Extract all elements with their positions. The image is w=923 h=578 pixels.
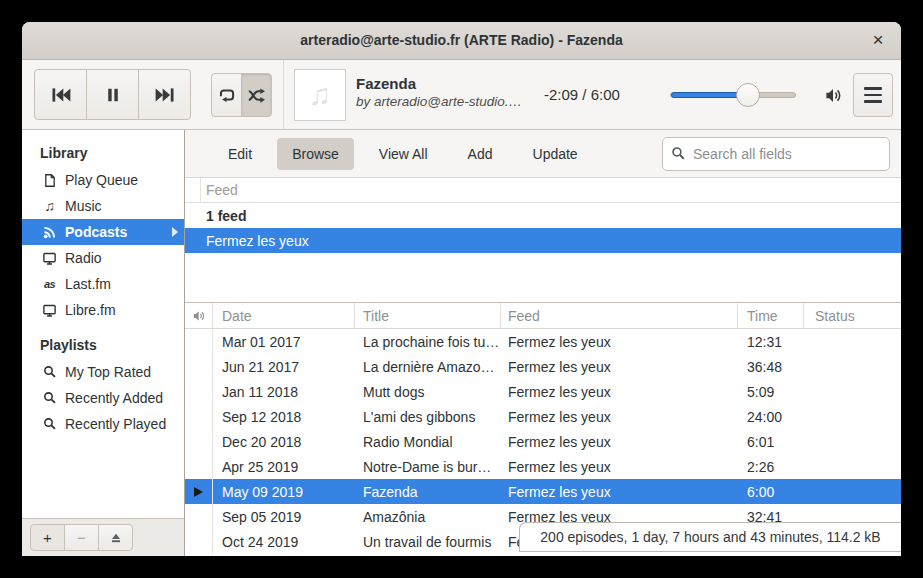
episode-table-header: Date Title Feed Time Status [185, 303, 901, 329]
sidebar: Library Play Queue ♫ Music [22, 130, 185, 556]
seek-slider[interactable] [670, 92, 796, 98]
now-playing-artist: by arteradio@arte-studio.… [356, 94, 544, 109]
sidebar-nav: Library Play Queue ♫ Music [22, 130, 184, 518]
sidebar-item-label: Music [65, 198, 102, 214]
sidebar-item-play-queue[interactable]: Play Queue [22, 167, 184, 193]
playing-column-header[interactable] [185, 303, 213, 328]
eject-button[interactable] [98, 524, 133, 551]
playback-button-group [34, 69, 191, 120]
now-playing-title: Fazenda [356, 75, 544, 92]
sidebar-item-label: My Top Rated [65, 364, 151, 380]
feed-column-header[interactable]: Feed [501, 303, 738, 328]
main-panel: Edit Browse View All Add Update [185, 130, 901, 556]
update-button[interactable]: Update [518, 138, 593, 170]
add-playlist-button[interactable]: + [30, 524, 65, 551]
app-window: arteradio@arte-studio.fr (ARTE Radio) - … [22, 22, 901, 556]
sidebar-item-label: Recently Played [65, 416, 166, 432]
sidebar-item-label: Libre.fm [65, 302, 116, 318]
close-button[interactable]: × [863, 22, 893, 59]
sidebar-item-radio[interactable]: Radio [22, 245, 184, 271]
repeat-icon [218, 86, 236, 104]
episode-row[interactable]: Dec 20 2018 Radio Mondial Fermez les yeu… [185, 429, 901, 454]
episode-row-selected[interactable]: May 09 2019 Fazenda Fermez les yeux 6:00 [185, 479, 901, 504]
content-area: Library Play Queue ♫ Music [22, 130, 901, 556]
music-note-icon: ♫ [309, 78, 332, 112]
feed-browser: Feed 1 feed Fermez les yeux [185, 178, 901, 303]
shuffle-toggle[interactable] [241, 73, 272, 117]
rss-feed-icon [41, 225, 58, 239]
album-art-placeholder: ♫ [294, 69, 346, 121]
sidebar-item-lastfm[interactable]: as Last.fm [22, 271, 184, 297]
feed-summary-row[interactable]: 1 feed [185, 203, 901, 228]
search-playlist-icon [41, 417, 58, 431]
sidebar-item-music[interactable]: ♫ Music [22, 193, 184, 219]
volume-button[interactable] [815, 77, 851, 113]
sidebar-item-podcasts[interactable]: Podcasts [22, 219, 184, 245]
radio-icon [41, 251, 58, 266]
sidebar-item-label: Play Queue [65, 172, 138, 188]
skip-backward-icon [50, 84, 72, 106]
sidebar-item-librefm[interactable]: Libre.fm [22, 297, 184, 323]
repeat-shuffle-group [211, 73, 272, 117]
episode-row[interactable]: Sep 12 2018 L'ami des gibbons Fermez les… [185, 404, 901, 429]
edit-button[interactable]: Edit [213, 138, 267, 170]
document-icon [41, 173, 58, 188]
speaker-icon [824, 86, 843, 105]
episode-row[interactable]: Jun 21 2017 La dernière Amazo… Fermez le… [185, 354, 901, 379]
expander-arrow-icon[interactable] [172, 227, 178, 237]
search-field[interactable] [662, 137, 890, 171]
next-button[interactable] [138, 69, 191, 120]
feed-row-selected[interactable]: Fermez les yeux [185, 228, 901, 253]
sidebar-item-recently-played[interactable]: Recently Played [22, 411, 184, 437]
sidebar-item-label: Podcasts [65, 224, 127, 240]
statusbar-overlay: 200 episodes, 1 day, 7 hours and 43 minu… [519, 522, 901, 552]
remove-playlist-button[interactable]: − [64, 524, 99, 551]
now-playing-info: Fazenda by arteradio@arte-studio.… [356, 75, 544, 109]
search-icon [671, 146, 686, 161]
app-menu-button[interactable] [853, 73, 893, 117]
browse-button[interactable]: Browse [277, 138, 354, 170]
time-column-header[interactable]: Time [738, 303, 804, 328]
pause-button[interactable] [86, 69, 139, 120]
episode-row[interactable]: Mar 01 2017 La prochaine fois tu… Fermez… [185, 329, 901, 354]
episode-row[interactable]: Apr 25 2019 Notre-Dame is bur… Fermez le… [185, 454, 901, 479]
playlists-header: Playlists [22, 332, 184, 359]
view-all-button[interactable]: View All [364, 138, 443, 170]
sidebar-item-label: Recently Added [65, 390, 163, 406]
episode-table: Date Title Feed Time Status Mar 01 2017 … [185, 303, 901, 556]
skip-forward-icon [154, 84, 176, 106]
search-playlist-icon [41, 365, 58, 379]
title-column-header[interactable]: Title [355, 303, 501, 328]
feed-column-header[interactable]: Feed [185, 178, 901, 203]
lastfm-icon: as [41, 278, 58, 290]
episode-row[interactable]: Jan 11 2018 Mutt dogs Fermez les yeux 5:… [185, 379, 901, 404]
seek-slider-handle[interactable] [736, 83, 760, 107]
music-note-icon: ♫ [41, 199, 58, 213]
add-button[interactable]: Add [453, 138, 508, 170]
repeat-toggle[interactable] [211, 73, 242, 117]
pause-icon [103, 85, 123, 105]
search-playlist-icon [41, 391, 58, 405]
time-display: -2:09 / 6:00 [544, 86, 620, 103]
sidebar-item-label: Radio [65, 250, 102, 266]
feed-header-stub [185, 178, 201, 202]
statusbar-text: 200 episodes, 1 day, 7 hours and 43 minu… [540, 529, 880, 545]
date-column-header[interactable]: Date [213, 303, 355, 328]
now-playing-indicator-icon [194, 487, 203, 497]
status-column-header[interactable]: Status [804, 303, 901, 328]
hamburger-menu-icon [864, 87, 882, 103]
shuffle-icon [247, 86, 266, 105]
eject-icon [109, 531, 123, 545]
window-title: arteradio@arte-studio.fr (ARTE Radio) - … [22, 22, 901, 59]
librefm-icon [41, 303, 58, 318]
library-header: Library [22, 140, 184, 167]
sidebar-action-bar: + − [22, 518, 184, 556]
sidebar-item-recently-added[interactable]: Recently Added [22, 385, 184, 411]
toolbar-separator [283, 60, 284, 129]
search-input[interactable] [693, 146, 881, 162]
previous-button[interactable] [34, 69, 87, 120]
titlebar: arteradio@arte-studio.fr (ARTE Radio) - … [22, 22, 901, 60]
sidebar-item-label: Last.fm [65, 276, 111, 292]
sidebar-item-my-top-rated[interactable]: My Top Rated [22, 359, 184, 385]
podcast-toolbar: Edit Browse View All Add Update [185, 130, 901, 178]
